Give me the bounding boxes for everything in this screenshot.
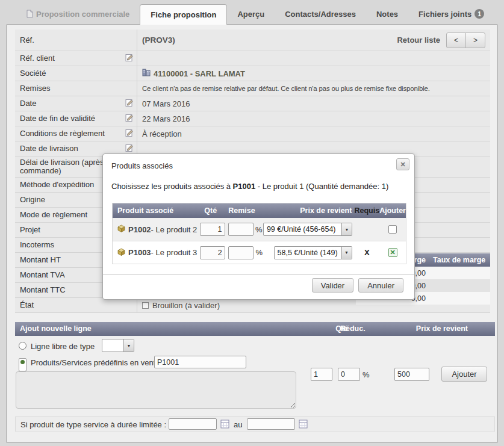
service-date-end-input[interactable]	[247, 418, 295, 430]
edit-icon[interactable]	[125, 129, 134, 139]
form-row-remises: Remises Ce client n'a pas de remise rela…	[15, 81, 490, 96]
price-select[interactable]: 58,5 €/Unité (149) ▼	[274, 246, 352, 259]
tab-fichiers-joints[interactable]: Fichiers joints 1	[408, 4, 494, 24]
prev-button[interactable]: <	[446, 33, 466, 48]
qty-input[interactable]	[311, 368, 332, 381]
field-label: Réf.	[15, 29, 137, 51]
product-ref-link[interactable]: P1003	[128, 248, 151, 257]
free-line-radio[interactable]	[19, 342, 26, 350]
ref-value: (PROV3)	[142, 36, 175, 45]
required-mark: X	[355, 248, 380, 257]
close-icon[interactable]: ✕	[396, 158, 409, 170]
form-row-date: Date 07 Mars 2016	[15, 96, 490, 111]
product-icon	[117, 225, 125, 234]
field-label: État	[15, 298, 137, 312]
product-name: - Le produit 2	[151, 225, 198, 234]
form-row-conditions-reglement: Conditions de règlement À réception	[15, 126, 490, 141]
field-label: Remises	[15, 81, 137, 96]
table-row: P1003 - Le produit 3 % 58,5 €/Unité (149…	[113, 241, 406, 264]
form-row-ref: Réf. (PROV3) Retour liste < >	[15, 29, 490, 51]
add-product-checkbox[interactable]	[388, 225, 397, 234]
price-select[interactable]: 99 €/Unité (456-654) ▼	[263, 223, 352, 236]
company-icon	[142, 69, 151, 78]
next-button[interactable]: >	[465, 33, 485, 48]
page: Proposition commerciale Fiche propositio…	[0, 0, 504, 446]
form-row-ref-client: Réf. client	[15, 51, 490, 66]
column-header-ajouter: Ajouter	[379, 206, 406, 215]
calendar-icon[interactable]	[299, 420, 308, 430]
parent-product-ref: P1001	[233, 182, 256, 191]
remise-input[interactable]	[228, 246, 254, 259]
draft-status-icon	[142, 302, 149, 309]
form-row-societe: Société 41100001 - SARL LAMAT	[15, 66, 490, 81]
product-ref-link[interactable]: P1002	[128, 225, 151, 234]
divider	[103, 274, 414, 275]
document-icon	[26, 10, 33, 18]
tab-label: Fichiers joints	[418, 10, 471, 19]
tab-fiche-proposition[interactable]: Fiche proposition	[140, 4, 227, 25]
predefined-product-label: Produits/Services prédéfinis en vente	[31, 358, 160, 367]
product-name: - Le produit 3	[151, 248, 198, 257]
service-date-start-input[interactable]	[169, 418, 217, 430]
free-line-type-select[interactable]: ▼	[102, 339, 134, 352]
column-header-prix-de-revient: Prix de revient	[379, 324, 470, 333]
field-label: Date de livraison	[20, 144, 78, 153]
new-line-description-textarea[interactable]	[16, 371, 296, 409]
field-value: À réception	[137, 126, 490, 141]
chevron-down-icon: ▼	[123, 339, 134, 352]
column-header-prix-de-revient: Prix de revient	[263, 206, 354, 215]
field-label: Réf. client	[20, 54, 55, 63]
remise-input[interactable]	[228, 223, 254, 236]
qty-input[interactable]	[200, 223, 225, 236]
add-line-header-bar: Ajout nouvelle ligne Qté Réduc. Prix de …	[15, 322, 495, 336]
tab-suivi[interactable]: Suivi	[494, 4, 504, 24]
table-row: P1002 - Le produit 2 % 99 €/Unité (456-6…	[113, 218, 406, 241]
column-header-taux-de-marge: Taux de marge	[428, 256, 490, 264]
service-duration-row: Si produit de type service à durée limit…	[15, 416, 495, 432]
tab-proposition-commerciale[interactable]: Proposition commerciale	[16, 4, 140, 24]
chevron-down-icon: ▼	[341, 223, 352, 235]
price-input[interactable]	[394, 368, 429, 381]
product-ref-input[interactable]	[154, 356, 246, 368]
field-label: Conditions de règlement	[20, 129, 105, 138]
dialog-intro: Choisissez les produits associés à P1001…	[111, 182, 388, 191]
predefined-product-radio[interactable]	[19, 358, 26, 371]
reduc-input[interactable]	[338, 368, 360, 381]
edit-icon[interactable]	[125, 114, 134, 124]
edit-icon[interactable]	[125, 144, 134, 154]
tab-notes[interactable]: Notes	[366, 4, 408, 24]
field-label: Date	[20, 99, 36, 108]
added-checkbox-icon[interactable]: ✕	[388, 248, 397, 257]
dialog-title: Produits associés	[111, 161, 173, 170]
free-line-label: Ligne libre de type	[31, 342, 95, 351]
tab-contacts-adresses[interactable]: Contacts/Adresses	[275, 4, 366, 24]
form-row-date-fin-validite: Date de fin de validité 22 Mars 2016	[15, 111, 490, 126]
field-label: Société	[15, 66, 137, 81]
percent-label: %	[254, 248, 263, 257]
edit-icon[interactable]	[125, 99, 134, 109]
company-link[interactable]: 41100001 - SARL LAMAT	[154, 69, 245, 78]
percent-label: %	[362, 370, 370, 379]
add-line-button[interactable]: Ajouter	[441, 367, 487, 382]
field-label: Date de fin de validité	[20, 114, 95, 123]
field-value: 07 Mars 2016	[137, 96, 490, 111]
back-to-list-link[interactable]: Retour liste	[397, 36, 440, 45]
column-header-qte: Qté	[196, 206, 225, 215]
validate-button[interactable]: Valider	[312, 278, 354, 293]
tab-label: Fiche proposition	[151, 10, 216, 19]
column-header-reduc: Réduc.	[340, 324, 366, 333]
cancel-button[interactable]: Annuler	[358, 278, 403, 293]
field-value: Ce client n'a pas de remise relative par…	[137, 81, 490, 96]
column-header-requis: Requis	[354, 206, 379, 215]
chevron-down-icon: ▼	[341, 247, 352, 259]
associated-products-table: Produit associé Qté Remise Prix de revie…	[112, 203, 406, 264]
column-header-produit-associe: Produit associé	[113, 206, 196, 215]
qty-input[interactable]	[200, 246, 225, 259]
tab-bar: Proposition commerciale Fiche propositio…	[0, 0, 504, 24]
field-value	[137, 51, 490, 66]
percent-label: %	[254, 225, 263, 234]
tab-apercu[interactable]: Aperçu	[227, 4, 275, 24]
edit-icon[interactable]	[125, 54, 134, 64]
calendar-icon[interactable]	[220, 420, 229, 430]
attachments-count-badge: 1	[474, 9, 484, 19]
